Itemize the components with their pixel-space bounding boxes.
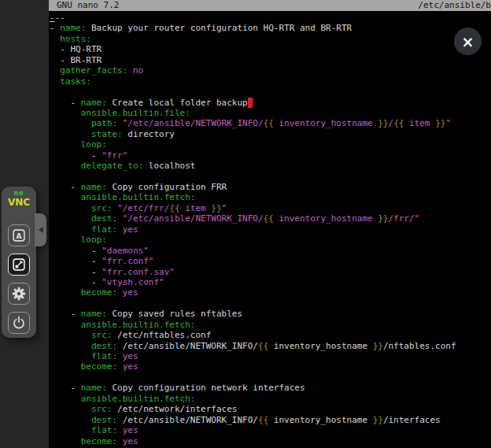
terminal-window: GNU nano 7.2 /etc/ansible/b ---- name: B… [49, 0, 491, 448]
editor-line: flat: yes [50, 224, 491, 235]
editor-line: tasks: [50, 76, 491, 87]
novnc-logo-bottom: VNC [2, 198, 36, 207]
editor-line: - "frr.conf.sav" [50, 267, 491, 277]
text-cursor [248, 98, 253, 108]
editor-line: ansible.builtin.file: [50, 108, 491, 118]
editor-line: delegate_to: localhost [50, 161, 491, 171]
fullscreen-icon [10, 256, 28, 273]
editor-line: - BR-RTR [50, 55, 491, 65]
editor-line: - name: Copy configuration network inter… [50, 383, 491, 393]
editor-line: ansible.builtin.fetch: [50, 320, 491, 330]
editor-line: - HQ-RTR [50, 44, 491, 54]
extra-keys-button[interactable]: A [8, 224, 30, 246]
close-button[interactable]: × [454, 28, 482, 55]
editor-line: - name: Backup your router configuration… [50, 23, 491, 33]
chevron-left-icon [39, 227, 43, 233]
editor-line: src: /etc/nftables.conf [50, 330, 491, 340]
disconnect-button[interactable] [8, 312, 30, 334]
editor-line: - name: Create local folder backup [50, 98, 491, 108]
editor-line: gather_facts: no [50, 65, 491, 76]
nano-titlebar: GNU nano 7.2 /etc/ansible/b [49, 0, 491, 11]
editor-line: become: yes [50, 361, 491, 372]
editor-line: state: directory [50, 129, 491, 139]
editor-line [50, 172, 491, 182]
editor-line: - "daemons" [50, 246, 491, 256]
editor-line: - name: Copy configuration FRR [50, 182, 491, 192]
editor-line: loop: [50, 235, 491, 245]
editor-content[interactable]: ---- name: Backup your router configurat… [50, 13, 491, 448]
gear-icon [10, 285, 28, 302]
editor-line: ansible.builtin.fetch: [50, 394, 491, 404]
editor-line: flat: yes [50, 351, 491, 361]
settings-button[interactable] [8, 283, 30, 305]
editor-line: - "frr" [50, 150, 491, 161]
editor-line: - "vtysh.conf" [50, 277, 491, 287]
editor-line [50, 298, 491, 309]
editor-line: flat: yes [50, 425, 491, 435]
svg-text:A: A [16, 231, 22, 240]
editor-line: --- [50, 13, 491, 23]
editor-line [50, 372, 491, 383]
editor-line: - "frr.conf" [50, 256, 491, 266]
editor-line: hosts: [50, 34, 491, 44]
editor-line: ansible.builtin.fetch: [50, 192, 491, 202]
nano-app-title: GNU nano 7.2 [57, 0, 119, 11]
close-icon: × [462, 33, 474, 50]
editor-line: loop: [50, 139, 491, 150]
editor-line: dest: /etc/ansible/NETWORK_INFO/{{ inven… [50, 341, 491, 351]
editor-line [50, 87, 491, 97]
editor-line: - name: Copy saved rules nftables [50, 309, 491, 319]
novnc-control-panel: no VNC A [2, 187, 36, 338]
panel-collapse-handle[interactable] [35, 213, 46, 246]
editor-line: src: /etc/network/interfaces [50, 404, 491, 414]
editor-line: dest: "/etc/ansible/NETWORK_INFO/{{ inve… [50, 213, 491, 224]
editor-line: become: yes [50, 436, 491, 446]
fullscreen-button[interactable] [8, 254, 30, 276]
novnc-logo-top: no [2, 191, 36, 197]
keyboard-key-a-icon: A [10, 227, 28, 244]
power-icon [10, 314, 28, 331]
editor-line: dest: /etc/ansible/NETWORK_INFO/{{ inven… [50, 415, 491, 425]
editor-line: src: "/etc/frr/{{ item }}" [50, 203, 491, 213]
novnc-buttons: A [2, 224, 36, 334]
novnc-logo: no VNC [2, 187, 36, 207]
editor-line: path: "/etc/ansible/NETWORK_INFO/{{ inve… [50, 118, 491, 128]
nano-file-path: /etc/ansible/b [418, 0, 491, 11]
editor-line: become: yes [50, 287, 491, 298]
